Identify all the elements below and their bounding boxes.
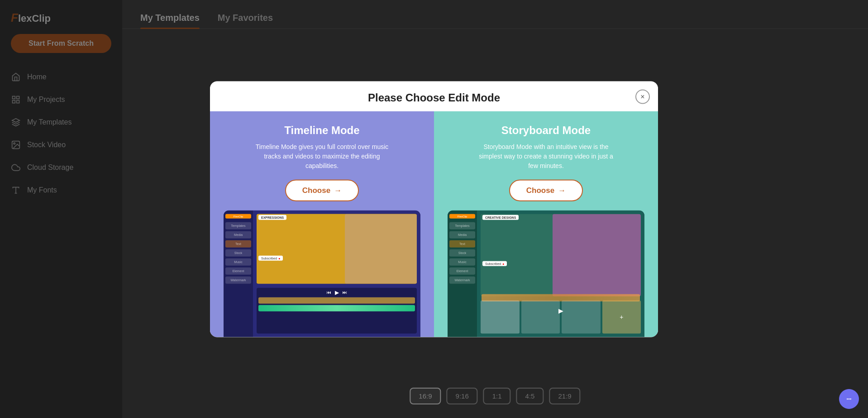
chat-icon (844, 394, 854, 404)
svg-point-9 (847, 399, 848, 400)
storyboard-mock-sidebar: FlexClip Templates Media Text Stock Musi… (448, 210, 477, 337)
timeline-mock-sidebar: FlexClip Templates Media Text Stock Musi… (224, 210, 253, 337)
timeline-mock-video: SimpleTimeline (257, 214, 417, 283)
timeline-mockup: FlexClip Templates Media Text Stock Musi… (224, 210, 420, 337)
timeline-mock-main: SimpleTimeline Subscribed ● EXPRESSIONS (253, 210, 420, 337)
storyboard-mode-panel: Storyboard Mode Storyboard Mode with an … (434, 111, 658, 337)
modal-title: Please Choose Edit Mode (368, 91, 500, 103)
modal-header: Please Choose Edit Mode × (210, 81, 658, 111)
timeline-mode-panel: Timeline Mode Timeline Mode gives you fu… (210, 111, 434, 337)
modal-close-button[interactable]: × (635, 89, 650, 104)
storyboard-mode-title: Storyboard Mode (501, 124, 591, 136)
svg-point-10 (849, 399, 850, 400)
svg-point-11 (850, 399, 851, 400)
storyboard-thumbnails: + (481, 300, 641, 333)
timeline-mode-desc: Timeline Mode gives you full control ove… (254, 142, 390, 170)
timeline-preview: FlexClip Templates Media Text Stock Musi… (224, 210, 420, 337)
chat-support-button[interactable] (839, 389, 859, 409)
storyboard-mock-main: Storyboard Subscribed ● CREATIVE DESIGNS… (477, 210, 644, 337)
storyboard-choose-button[interactable]: Choose → (509, 179, 583, 201)
edit-mode-modal: Please Choose Edit Mode × Timeline Mode … (210, 81, 658, 337)
storyboard-choose-arrow-icon: → (558, 186, 566, 195)
choose-arrow-icon: → (334, 186, 342, 195)
storyboard-preview: FlexClip Templates Media Text Stock Musi… (448, 210, 644, 337)
storyboard-mockup: FlexClip Templates Media Text Stock Musi… (448, 210, 644, 337)
modal-body: Timeline Mode Timeline Mode gives you fu… (210, 111, 658, 337)
timeline-mode-title: Timeline Mode (284, 124, 359, 136)
timeline-choose-button[interactable]: Choose → (285, 179, 359, 201)
storyboard-mode-desc: Storyboard Mode with an intuitive view i… (478, 142, 614, 170)
storyboard-mock-video: Storyboard (481, 214, 641, 296)
timeline-track-area: ⏮ ▶ ⏭ (257, 288, 417, 333)
